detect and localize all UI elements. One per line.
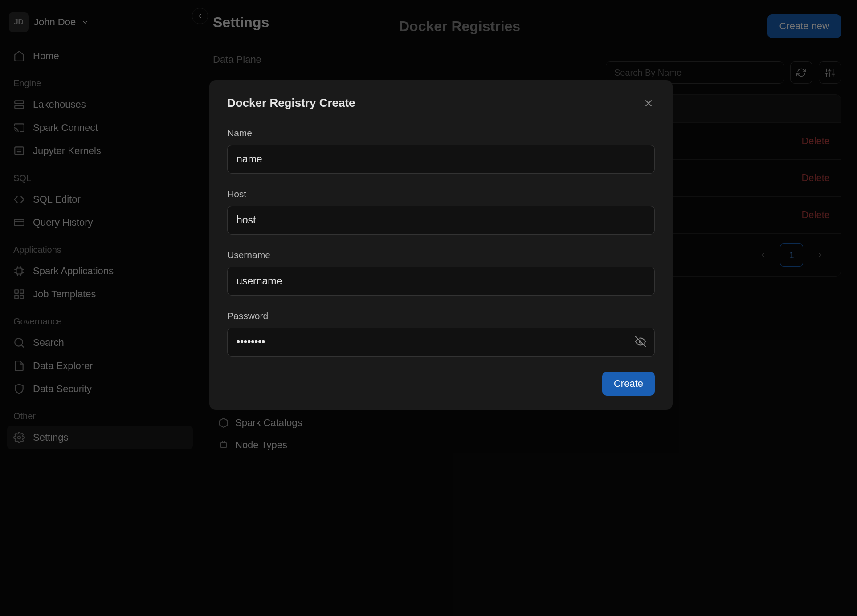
password-field[interactable] [227, 328, 655, 357]
name-field[interactable] [227, 145, 655, 174]
name-label: Name [227, 128, 655, 138]
create-registry-modal: Docker Registry Create Name Host Usernam… [209, 80, 673, 410]
create-button[interactable]: Create [602, 372, 655, 396]
host-field[interactable] [227, 206, 655, 235]
close-icon [643, 98, 654, 109]
host-label: Host [227, 189, 655, 199]
close-button[interactable] [642, 97, 655, 109]
username-label: Username [227, 250, 655, 260]
toggle-password-button[interactable] [635, 336, 646, 348]
eye-off-icon [635, 336, 646, 347]
username-field[interactable] [227, 267, 655, 296]
modal-title: Docker Registry Create [227, 96, 355, 110]
password-label: Password [227, 311, 655, 321]
